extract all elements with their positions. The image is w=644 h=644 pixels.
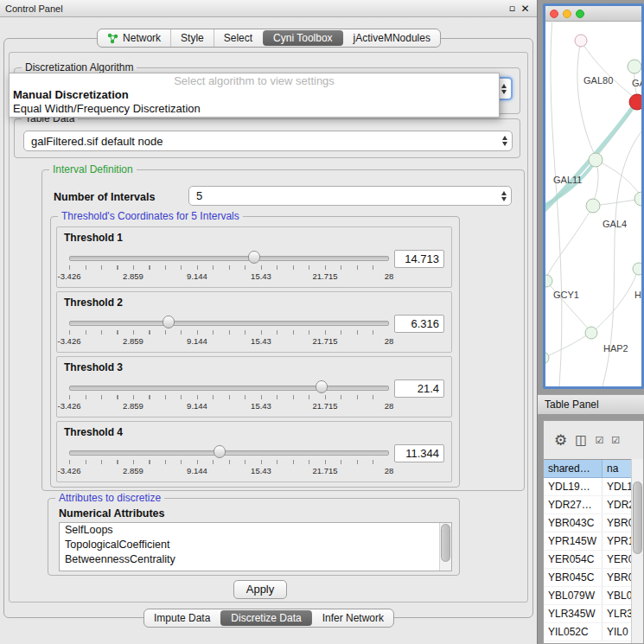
table-cell: YIL0	[603, 623, 632, 641]
table-panel-header: Table Panel	[538, 394, 644, 415]
slider-thumb[interactable]	[316, 380, 328, 393]
table-cell: YER0	[603, 551, 632, 568]
table-scrollbar[interactable]	[631, 459, 643, 643]
tab-discretize-data[interactable]: Discretize Data	[220, 610, 311, 626]
threshold-slider[interactable]: -3.4262.8599.14415.4321.71528	[69, 313, 389, 349]
scrollbar-thumb[interactable]	[441, 524, 450, 562]
table-row[interactable]: YIL052CYIL0	[544, 623, 632, 641]
network-node[interactable]	[545, 275, 552, 287]
tab-impute-data[interactable]: Impute Data	[144, 609, 220, 627]
interval-definition-title: Interval Definition	[49, 163, 137, 176]
threshold-section: Threshold 2-3.4262.8599.14415.4321.71528…	[56, 291, 452, 353]
network-node[interactable]	[586, 199, 600, 213]
close-light[interactable]	[550, 10, 558, 18]
scale-label: 2.859	[123, 401, 143, 411]
tab-select[interactable]: Select	[214, 29, 262, 47]
network-node-label: GAL4	[603, 219, 627, 229]
attributes-group: Attributes to discretize Numerical Attri…	[48, 498, 460, 576]
threshold-slider[interactable]: -3.4262.8599.14415.4321.71528	[69, 378, 389, 414]
thresholds-group-title: Threshold's Coordinates for 5 Intervals	[58, 210, 243, 223]
table-row[interactable]: YBL079WYBL0	[544, 587, 632, 605]
tab-cyni-toolbox[interactable]: Cyni Toolbox	[263, 30, 342, 46]
table-row[interactable]: YER054CYER0	[544, 551, 632, 569]
top-tab-bar: NetworkStyleSelectCyni ToolboxjActiveMNo…	[97, 29, 441, 48]
network-node[interactable]	[628, 60, 641, 73]
table-data-combo[interactable]: galFiltered.sif default node	[23, 131, 513, 151]
threshold-value-field[interactable]: 14.713	[394, 250, 444, 268]
scale-label: 21.715	[312, 401, 337, 411]
float-window-icon[interactable]: ▫	[506, 3, 519, 14]
network-canvas[interactable]: GAL80GAGAL11GAL4GCY1HAP2H	[545, 21, 641, 386]
column-header[interactable]: shared…	[544, 460, 603, 477]
combo-stepper-icon[interactable]	[502, 136, 507, 146]
select-columns-icon[interactable]: ☑	[595, 436, 603, 445]
threshold-slider[interactable]: -3.4262.8599.14415.4321.71528	[69, 248, 389, 284]
slider-thumb[interactable]	[214, 445, 226, 458]
table-cell: YPR1	[603, 532, 632, 550]
table-row[interactable]: YPR145WYPR1	[544, 532, 632, 551]
combo-stepper-icon[interactable]	[501, 84, 507, 94]
number-of-intervals-combo[interactable]: 5	[188, 186, 512, 206]
slider-track[interactable]	[69, 386, 389, 391]
threshold-value-field[interactable]: 6.316	[394, 315, 444, 333]
table-cell: YBR043C	[544, 514, 603, 532]
slider-scale: -3.4262.8599.14415.4321.71528	[69, 336, 389, 346]
network-icon	[107, 33, 118, 44]
network-node-selected[interactable]	[629, 94, 641, 110]
network-edge[interactable]	[577, 41, 595, 155]
network-edge[interactable]	[546, 281, 588, 328]
table-data-combo-value: galFiltered.sif default node	[31, 135, 163, 148]
slider-track[interactable]	[69, 321, 389, 326]
table-cell: YIL052C	[544, 623, 603, 641]
table-header-row: shared…na	[544, 459, 643, 478]
close-icon[interactable]: ✕	[519, 3, 532, 15]
threshold-value-field[interactable]: 21.4	[394, 379, 444, 398]
thresholds-container: Threshold 1-3.4262.8599.14415.4321.71528…	[56, 226, 452, 482]
network-node[interactable]	[634, 192, 641, 206]
attributes-list-scrollbar[interactable]	[439, 523, 451, 571]
table-row[interactable]: YDR27…YDR2	[544, 496, 632, 514]
table-cell: YDR27…	[544, 496, 603, 513]
table-row[interactable]: YBR043CYBR0	[544, 514, 632, 532]
table-panel-title: Table Panel	[545, 399, 599, 411]
attribute-list-item[interactable]: TopologicalCoefficient	[60, 538, 451, 552]
gear-icon[interactable]: ⚙	[554, 433, 567, 448]
network-node[interactable]	[545, 352, 549, 364]
network-node[interactable]	[633, 263, 641, 275]
attributes-group-title: Attributes to discretize	[55, 492, 164, 505]
network-node[interactable]	[589, 153, 603, 167]
attribute-list-item[interactable]: SelfLoops	[60, 523, 451, 538]
network-node[interactable]	[575, 35, 587, 47]
tab-network[interactable]: Network	[98, 29, 170, 47]
tab-style[interactable]: Style	[170, 29, 214, 47]
slider-track[interactable]	[69, 450, 389, 456]
tab-infer-network[interactable]: Infer Network	[313, 609, 393, 627]
threshold-slider[interactable]: -3.4262.8599.14415.4321.71528	[69, 443, 389, 479]
slider-track[interactable]	[69, 256, 389, 261]
apply-button[interactable]: Apply	[233, 580, 287, 599]
network-canvas-svg[interactable]: GAL80GAGAL11GAL4GCY1HAP2H	[545, 21, 641, 386]
columns-icon[interactable]: ◫	[575, 434, 587, 447]
network-edge[interactable]	[547, 206, 593, 276]
combo-stepper-icon[interactable]	[501, 191, 507, 201]
network-node[interactable]	[585, 327, 597, 339]
network-edge[interactable]	[545, 335, 586, 358]
table-row[interactable]: YLR345WYLR3	[544, 605, 632, 623]
popup-item-manual-discretization[interactable]: Manual Discretization	[10, 88, 499, 102]
threshold-section: Threshold 1-3.4262.8599.14415.4321.71528…	[56, 226, 452, 288]
popup-item-equal-width-frequency[interactable]: Equal Width/Frequency Discretization	[10, 102, 499, 116]
slider-thumb[interactable]	[248, 251, 260, 264]
slider-thumb[interactable]	[163, 316, 175, 328]
table-row[interactable]: YDL19…YDL1	[544, 478, 632, 496]
select-rows-icon[interactable]: ☑	[611, 436, 620, 445]
network-edge[interactable]	[596, 160, 640, 194]
minimize-light[interactable]	[563, 10, 571, 18]
network-node-label: HAP2	[603, 343, 628, 354]
attribute-list-item[interactable]: BetweennessCentrality	[60, 552, 451, 567]
zoom-light[interactable]	[576, 10, 584, 18]
scrollbar-thumb[interactable]	[633, 481, 642, 554]
tab-jactivemnodules[interactable]: jActiveMNodules	[344, 29, 440, 47]
network-edge[interactable]	[581, 41, 634, 98]
table-row[interactable]: YBR045CYBR0	[544, 569, 632, 587]
threshold-value-field[interactable]: 11.344	[394, 444, 444, 462]
